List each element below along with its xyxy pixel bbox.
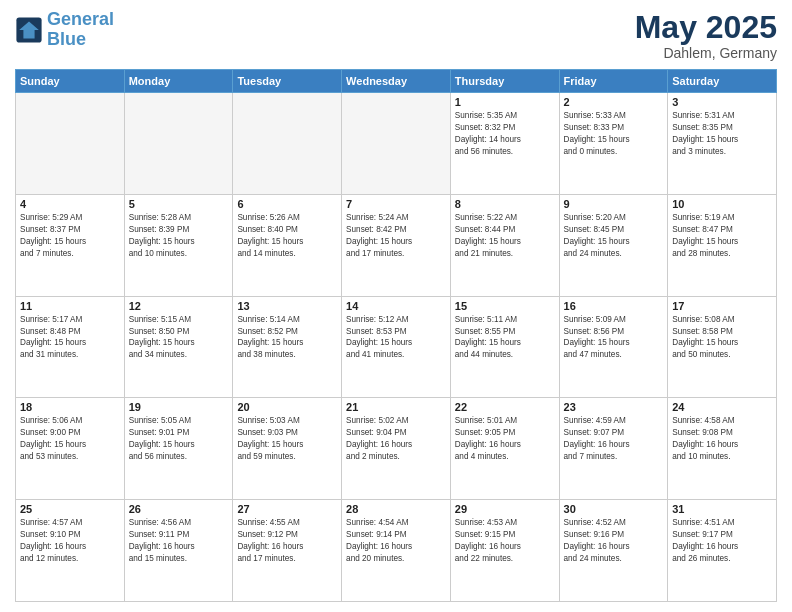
day-number: 10	[672, 198, 772, 210]
day-info: Sunrise: 5:31 AM Sunset: 8:35 PM Dayligh…	[672, 110, 772, 158]
day-cell	[342, 93, 451, 195]
day-cell: 3Sunrise: 5:31 AM Sunset: 8:35 PM Daylig…	[668, 93, 777, 195]
day-number: 13	[237, 300, 337, 312]
day-number: 30	[564, 503, 664, 515]
day-info: Sunrise: 5:35 AM Sunset: 8:32 PM Dayligh…	[455, 110, 555, 158]
day-number: 21	[346, 401, 446, 413]
logo-icon	[15, 16, 43, 44]
day-cell: 27Sunrise: 4:55 AM Sunset: 9:12 PM Dayli…	[233, 500, 342, 602]
day-cell: 13Sunrise: 5:14 AM Sunset: 8:52 PM Dayli…	[233, 296, 342, 398]
day-number: 28	[346, 503, 446, 515]
day-info: Sunrise: 5:05 AM Sunset: 9:01 PM Dayligh…	[129, 415, 229, 463]
day-cell: 18Sunrise: 5:06 AM Sunset: 9:00 PM Dayli…	[16, 398, 125, 500]
day-number: 6	[237, 198, 337, 210]
week-row-1: 1Sunrise: 5:35 AM Sunset: 8:32 PM Daylig…	[16, 93, 777, 195]
location: Dahlem, Germany	[635, 45, 777, 61]
day-info: Sunrise: 4:52 AM Sunset: 9:16 PM Dayligh…	[564, 517, 664, 565]
day-info: Sunrise: 4:51 AM Sunset: 9:17 PM Dayligh…	[672, 517, 772, 565]
day-info: Sunrise: 5:22 AM Sunset: 8:44 PM Dayligh…	[455, 212, 555, 260]
day-cell	[124, 93, 233, 195]
day-number: 29	[455, 503, 555, 515]
logo-blue: Blue	[47, 30, 114, 50]
col-header-wednesday: Wednesday	[342, 70, 451, 93]
title-block: May 2025 Dahlem, Germany	[635, 10, 777, 61]
day-cell: 30Sunrise: 4:52 AM Sunset: 9:16 PM Dayli…	[559, 500, 668, 602]
day-cell: 28Sunrise: 4:54 AM Sunset: 9:14 PM Dayli…	[342, 500, 451, 602]
day-cell: 17Sunrise: 5:08 AM Sunset: 8:58 PM Dayli…	[668, 296, 777, 398]
day-info: Sunrise: 5:33 AM Sunset: 8:33 PM Dayligh…	[564, 110, 664, 158]
day-number: 7	[346, 198, 446, 210]
day-cell: 4Sunrise: 5:29 AM Sunset: 8:37 PM Daylig…	[16, 194, 125, 296]
day-info: Sunrise: 5:11 AM Sunset: 8:55 PM Dayligh…	[455, 314, 555, 362]
day-number: 8	[455, 198, 555, 210]
day-info: Sunrise: 5:12 AM Sunset: 8:53 PM Dayligh…	[346, 314, 446, 362]
day-cell: 2Sunrise: 5:33 AM Sunset: 8:33 PM Daylig…	[559, 93, 668, 195]
week-row-3: 11Sunrise: 5:17 AM Sunset: 8:48 PM Dayli…	[16, 296, 777, 398]
day-number: 2	[564, 96, 664, 108]
day-info: Sunrise: 5:17 AM Sunset: 8:48 PM Dayligh…	[20, 314, 120, 362]
day-info: Sunrise: 5:08 AM Sunset: 8:58 PM Dayligh…	[672, 314, 772, 362]
day-number: 18	[20, 401, 120, 413]
day-info: Sunrise: 5:19 AM Sunset: 8:47 PM Dayligh…	[672, 212, 772, 260]
day-number: 12	[129, 300, 229, 312]
day-cell: 1Sunrise: 5:35 AM Sunset: 8:32 PM Daylig…	[450, 93, 559, 195]
col-header-saturday: Saturday	[668, 70, 777, 93]
col-header-tuesday: Tuesday	[233, 70, 342, 93]
day-cell: 15Sunrise: 5:11 AM Sunset: 8:55 PM Dayli…	[450, 296, 559, 398]
day-cell: 24Sunrise: 4:58 AM Sunset: 9:08 PM Dayli…	[668, 398, 777, 500]
day-info: Sunrise: 5:06 AM Sunset: 9:00 PM Dayligh…	[20, 415, 120, 463]
day-number: 4	[20, 198, 120, 210]
col-header-friday: Friday	[559, 70, 668, 93]
day-number: 19	[129, 401, 229, 413]
day-number: 24	[672, 401, 772, 413]
day-info: Sunrise: 5:29 AM Sunset: 8:37 PM Dayligh…	[20, 212, 120, 260]
day-cell: 12Sunrise: 5:15 AM Sunset: 8:50 PM Dayli…	[124, 296, 233, 398]
day-cell: 8Sunrise: 5:22 AM Sunset: 8:44 PM Daylig…	[450, 194, 559, 296]
day-number: 15	[455, 300, 555, 312]
day-info: Sunrise: 5:09 AM Sunset: 8:56 PM Dayligh…	[564, 314, 664, 362]
day-cell: 9Sunrise: 5:20 AM Sunset: 8:45 PM Daylig…	[559, 194, 668, 296]
day-cell: 20Sunrise: 5:03 AM Sunset: 9:03 PM Dayli…	[233, 398, 342, 500]
day-cell: 26Sunrise: 4:56 AM Sunset: 9:11 PM Dayli…	[124, 500, 233, 602]
calendar-table: SundayMondayTuesdayWednesdayThursdayFrid…	[15, 69, 777, 602]
day-cell: 29Sunrise: 4:53 AM Sunset: 9:15 PM Dayli…	[450, 500, 559, 602]
day-info: Sunrise: 4:56 AM Sunset: 9:11 PM Dayligh…	[129, 517, 229, 565]
day-number: 14	[346, 300, 446, 312]
day-number: 20	[237, 401, 337, 413]
day-info: Sunrise: 5:26 AM Sunset: 8:40 PM Dayligh…	[237, 212, 337, 260]
day-cell: 10Sunrise: 5:19 AM Sunset: 8:47 PM Dayli…	[668, 194, 777, 296]
day-info: Sunrise: 4:53 AM Sunset: 9:15 PM Dayligh…	[455, 517, 555, 565]
col-header-sunday: Sunday	[16, 70, 125, 93]
day-cell: 19Sunrise: 5:05 AM Sunset: 9:01 PM Dayli…	[124, 398, 233, 500]
day-info: Sunrise: 5:24 AM Sunset: 8:42 PM Dayligh…	[346, 212, 446, 260]
week-row-4: 18Sunrise: 5:06 AM Sunset: 9:00 PM Dayli…	[16, 398, 777, 500]
day-cell: 25Sunrise: 4:57 AM Sunset: 9:10 PM Dayli…	[16, 500, 125, 602]
day-number: 23	[564, 401, 664, 413]
logo: General Blue	[15, 10, 114, 50]
day-number: 22	[455, 401, 555, 413]
day-cell: 16Sunrise: 5:09 AM Sunset: 8:56 PM Dayli…	[559, 296, 668, 398]
day-info: Sunrise: 5:28 AM Sunset: 8:39 PM Dayligh…	[129, 212, 229, 260]
day-number: 16	[564, 300, 664, 312]
day-cell: 22Sunrise: 5:01 AM Sunset: 9:05 PM Dayli…	[450, 398, 559, 500]
day-info: Sunrise: 5:03 AM Sunset: 9:03 PM Dayligh…	[237, 415, 337, 463]
week-row-5: 25Sunrise: 4:57 AM Sunset: 9:10 PM Dayli…	[16, 500, 777, 602]
logo-general: General	[47, 9, 114, 29]
day-cell: 7Sunrise: 5:24 AM Sunset: 8:42 PM Daylig…	[342, 194, 451, 296]
week-row-2: 4Sunrise: 5:29 AM Sunset: 8:37 PM Daylig…	[16, 194, 777, 296]
day-info: Sunrise: 5:02 AM Sunset: 9:04 PM Dayligh…	[346, 415, 446, 463]
day-number: 9	[564, 198, 664, 210]
day-cell: 14Sunrise: 5:12 AM Sunset: 8:53 PM Dayli…	[342, 296, 451, 398]
day-cell: 21Sunrise: 5:02 AM Sunset: 9:04 PM Dayli…	[342, 398, 451, 500]
day-cell	[16, 93, 125, 195]
day-info: Sunrise: 4:54 AM Sunset: 9:14 PM Dayligh…	[346, 517, 446, 565]
col-header-thursday: Thursday	[450, 70, 559, 93]
day-number: 5	[129, 198, 229, 210]
col-header-monday: Monday	[124, 70, 233, 93]
day-number: 3	[672, 96, 772, 108]
logo-text: General Blue	[47, 10, 114, 50]
day-info: Sunrise: 5:14 AM Sunset: 8:52 PM Dayligh…	[237, 314, 337, 362]
day-number: 11	[20, 300, 120, 312]
day-number: 1	[455, 96, 555, 108]
day-number: 31	[672, 503, 772, 515]
